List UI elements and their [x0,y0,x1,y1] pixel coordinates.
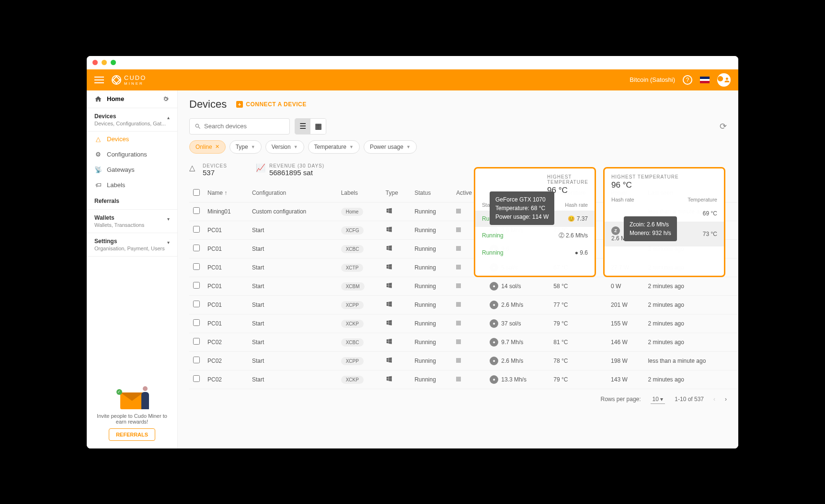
cell-power: 155 W [607,314,644,333]
column-header[interactable]: Active [452,184,486,202]
select-all-checkbox[interactable] [193,189,200,196]
cell-active [452,221,486,239]
row-checkbox[interactable] [193,375,200,382]
column-header[interactable]: Power [607,184,644,202]
cell-active [452,295,486,314]
column-header[interactable]: Configuration [248,184,337,202]
topbar: CUDO MINER Bitcoin (Satoshi) ? [87,69,738,90]
cell-config: Start [248,258,337,277]
sidebar-section-wallets[interactable]: Wallets Wallets, Transactions ▾ [87,210,177,233]
cell-name: PC01 [204,295,248,314]
search-input[interactable] [204,123,285,130]
filter-chip-type[interactable]: Type▼ [229,140,262,154]
row-checkbox[interactable] [193,301,200,307]
sidebar-item-label: Labels [107,181,125,189]
table-row[interactable]: PC01 Start XCBC Running ●9.6 2 minutes a… [189,239,738,258]
minimize-dot[interactable] [102,60,107,65]
table-row[interactable]: PC01 Start XCFG Running ●2.6 Mh/s 73 °C … [189,221,738,239]
windows-icon [386,319,392,326]
stat-revenue: 📈 REVENUE (30 DAYS) 56861895 sat [256,163,324,177]
row-checkbox[interactable] [193,207,200,214]
cell-config: Start [248,277,337,295]
cell-type [382,239,411,258]
filter-chip-online[interactable]: Online✕ [189,140,226,154]
search-input-wrapper[interactable] [189,118,290,134]
cell-power: 143 W [607,370,644,389]
filter-chip-temperature[interactable]: Temperature▼ [308,140,360,154]
table-row[interactable]: PC02 Start XCBC Running ●9.7 Mh/s 81 °C … [189,333,738,351]
sidebar-item-labels[interactable]: 🏷 Labels [87,178,177,193]
row-checkbox[interactable] [193,226,200,233]
next-page-button[interactable]: › [725,396,727,403]
section-title: Referrals [94,198,170,204]
cell-temp: 69 °C [550,202,607,221]
account-avatar[interactable] [717,73,731,87]
cell-hashrate: ●9.7 Mh/s [486,333,550,351]
row-checkbox[interactable] [193,338,200,345]
column-header[interactable]: Status [411,184,452,202]
column-header[interactable]: Temperature [550,184,607,202]
list-view-button[interactable]: ☰ [295,119,310,134]
column-header[interactable]: Name ↑ [204,184,248,202]
row-checkbox[interactable] [193,282,200,289]
cell-type [382,258,411,277]
column-header[interactable]: Type [382,184,411,202]
table-row[interactable]: PC01 Start XCPP Running ●2.6 Mh/s 77 °C … [189,295,738,314]
cell-lastseen: less than a minute ago [644,351,738,370]
row-checkbox[interactable] [193,245,200,251]
main-content: Devices + CONNECT A DEVICE ☰ ▦ ⟳ Online✕… [178,90,738,448]
close-dot[interactable] [92,60,98,65]
rows-per-page-select[interactable]: 10 ▾ [651,395,665,404]
label-pill: XCBC [341,338,364,347]
column-header[interactable]: Last seen [644,184,738,202]
table-row[interactable]: PC02 Start XCKP Running ●13.3 Mh/s 79 °C… [189,370,738,389]
table-row[interactable]: Mining01 Custom configuration Home Runni… [189,202,738,221]
row-checkbox[interactable] [193,263,200,270]
cell-lastseen: 2 minutes ago [644,239,738,258]
table-row[interactable]: PC01 Start XCKP Running ●37 sol/s 79 °C … [189,314,738,333]
sidebar-item-gateways[interactable]: 📡 Gateways [87,162,177,178]
refresh-icon[interactable]: ⟳ [720,121,727,132]
sidebar-home[interactable]: Home [87,90,177,108]
cell-status: Running [411,277,452,295]
row-checkbox[interactable] [193,319,200,326]
windows-icon [386,263,392,270]
devices-table: Name ↑ConfigurationLabelsTypeStatusActiv… [189,184,738,389]
sidebar-section-devices[interactable]: Devices Devices, Configurations, Gat... … [87,108,177,132]
filter-chip-version[interactable]: Version▼ [265,140,304,154]
currency-label[interactable]: Bitcoin (Satoshi) [630,76,675,83]
filter-chip-power-usage[interactable]: Power usage▼ [364,140,417,154]
sidebar-item-devices[interactable]: △ Devices [87,132,177,147]
connect-device-link[interactable]: + CONNECT A DEVICE [236,101,306,108]
sidebar-section-referrals[interactable]: Referrals [87,193,177,210]
column-header[interactable]: Labels [337,184,382,202]
menu-icon[interactable] [94,77,104,83]
sidebar-section-settings[interactable]: Settings Organisation, Payment, Users ▾ [87,233,177,257]
gear-icon[interactable] [162,95,170,103]
plus-icon: + [236,101,243,108]
prev-page-button[interactable]: ‹ [713,396,715,403]
label-pill: XCPP [341,301,364,309]
sidebar-item-configurations[interactable]: ⚙ Configurations [87,147,177,162]
cell-name: PC01 [204,277,248,295]
row-checkbox[interactable] [193,357,200,363]
language-flag[interactable] [700,77,710,83]
cell-type [382,314,411,333]
referral-illustration: ✓ [115,385,149,409]
table-row[interactable]: PC02 Start XCPP Running ●2.6 Mh/s 78 °C … [189,351,738,370]
cell-status: Running [411,239,452,258]
sliders-icon: ⚙ [94,151,102,158]
grid-view-button[interactable]: ▦ [310,119,326,134]
referral-box: ✓ Invite people to Cudo Miner to earn re… [87,378,177,448]
titlebar [87,56,738,69]
search-icon [195,123,201,130]
close-icon[interactable]: ✕ [215,144,219,150]
referrals-button[interactable]: REFERRALS [109,428,155,441]
table-row[interactable]: PC01 Start XCTP Running ●5 sol/s 67 °C 2… [189,258,738,277]
connect-label: CONNECT A DEVICE [246,101,306,108]
help-icon[interactable]: ? [683,75,692,85]
brand-line1: CUDO [124,74,146,81]
table-row[interactable]: PC01 Start XCBM Running ●14 sol/s 58 °C … [189,277,738,295]
column-header[interactable]: Hash rate [486,184,550,202]
maximize-dot[interactable] [111,60,116,65]
